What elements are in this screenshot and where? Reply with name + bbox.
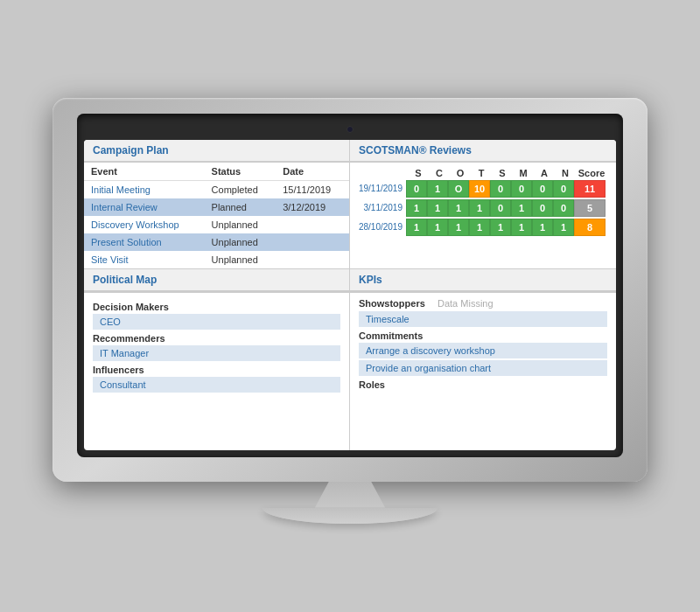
scotsman-row-date[interactable]: 3/11/2019 [355, 203, 406, 212]
scotsman-score-cell: 5 [574, 199, 606, 217]
scotsman-score-cell: 11 [574, 180, 606, 198]
scotsman-col-s2: S [492, 168, 513, 178]
political-map-title: Political Map [93, 274, 157, 286]
showstoppers-missing: Data Missing [438, 298, 494, 309]
scotsman-title: SCOTSMAN® Reviews [359, 144, 472, 156]
scotsman-col-a: A [534, 168, 555, 178]
scotsman-cell-3: 10 [469, 180, 490, 198]
campaign-date-cell: 15/11/2019 [276, 180, 349, 198]
scotsman-col-n: N [555, 168, 576, 178]
monitor-bezel: Campaign Plan SCOTSMAN® Reviews [77, 114, 623, 457]
scotsman-col-headers: S C O T S M A N Score [355, 168, 611, 178]
scotsman-data-row: 28/10/2019111111118 [355, 219, 611, 236]
scotsman-col-o: O [450, 168, 471, 178]
campaign-date-cell [276, 251, 349, 268]
campaign-date-cell [276, 233, 349, 251]
scotsman-col-score: Score [576, 168, 607, 178]
monitor-camera [84, 121, 616, 136]
campaign-date-cell: 3/12/2019 [276, 198, 349, 216]
recommenders-label: Recommenders [93, 333, 340, 344]
scotsman-score-cell: 8 [574, 219, 606, 236]
campaign-event-cell: Present Solution [84, 233, 205, 251]
kpis-header: KPIs [350, 269, 616, 291]
col-date: Date [276, 163, 349, 181]
scotsman-cell-1: 1 [427, 199, 448, 217]
showstoppers-row: Showstoppers Data Missing [359, 298, 607, 309]
influencers-label: Influencers [93, 365, 340, 375]
kpi-content: Showstoppers Data Missing Timescale Comm… [350, 293, 616, 397]
commitments-label: Commitments [359, 330, 607, 341]
list-item[interactable]: Timescale [359, 311, 607, 327]
list-item[interactable]: Provide an organisation chart [359, 360, 607, 376]
scotsman-cell-2: O [448, 180, 469, 198]
political-map-panel: Decision Makers CEO Recommenders IT Mana… [84, 293, 350, 450]
campaign-event-cell: Discovery Workshop [84, 216, 205, 233]
bottom-section-headers: Political Map KPIs [84, 269, 616, 292]
scotsman-col-s: S [408, 168, 429, 178]
list-item[interactable]: Arrange a discovery workshop [359, 343, 607, 358]
scotsman-row-date[interactable]: 28/10/2019 [355, 222, 406, 232]
scotsman-col-m: M [513, 168, 534, 178]
recommenders-list: IT Manager [93, 345, 340, 361]
scotsman-cell-7: 0 [553, 199, 574, 217]
scotsman-rows: 19/11/201901O100000113/11/20191111010052… [355, 180, 611, 236]
scotsman-cell-0: 0 [406, 180, 427, 198]
scotsman-cell-3: 1 [469, 199, 490, 217]
campaign-event-link[interactable]: Present Solution [91, 237, 162, 247]
campaign-event-link[interactable]: Site Visit [91, 254, 129, 265]
monitor-stand-base [262, 508, 438, 524]
scotsman-cell-4: 1 [490, 219, 511, 236]
campaign-event-cell: Site Visit [84, 251, 205, 268]
monitor-outer: Campaign Plan SCOTSMAN® Reviews [52, 98, 648, 482]
col-event: Event [84, 163, 205, 181]
scotsman-area: S C O T S M A N Score 1 [350, 163, 616, 243]
camera-dot [346, 126, 354, 133]
decision-makers-list: CEO [93, 314, 340, 330]
campaign-plan-header: Campaign Plan [84, 140, 350, 162]
decision-makers-label: Decision Makers [93, 302, 340, 312]
scotsman-col-t: T [471, 168, 492, 178]
scotsman-cell-5: 1 [511, 199, 532, 217]
campaign-status-cell: Planned [205, 198, 276, 216]
political-content: Decision Makers CEO Recommenders IT Mana… [84, 293, 349, 400]
scotsman-cell-3: 1 [469, 219, 490, 236]
showstoppers-list: Timescale [359, 311, 607, 327]
campaign-status-cell: Unplanned [205, 216, 276, 233]
campaign-event-cell: Initial Meeting [84, 180, 205, 198]
kpis-panel: Showstoppers Data Missing Timescale Comm… [350, 293, 616, 450]
list-item[interactable]: IT Manager [93, 345, 340, 361]
campaign-event-link[interactable]: Discovery Workshop [91, 219, 179, 230]
influencers-list: Consultant [93, 377, 340, 393]
scotsman-header: SCOTSMAN® Reviews [350, 140, 616, 162]
scotsman-data-row: 3/11/2019111101005 [355, 199, 611, 217]
campaign-event-link[interactable]: Internal Review [91, 202, 158, 212]
top-panels: Event Status Date Initial MeetingComplet… [84, 163, 616, 269]
scotsman-cell-1: 1 [427, 180, 448, 198]
campaign-plan-panel: Event Status Date Initial MeetingComplet… [84, 163, 350, 268]
campaign-status-cell: Completed [205, 180, 276, 198]
list-item[interactable]: Consultant [93, 377, 340, 393]
scotsman-cell-2: 1 [448, 219, 469, 236]
commitments-list: Arrange a discovery workshopProvide an o… [359, 343, 607, 376]
campaign-plan-title: Campaign Plan [93, 144, 169, 156]
monitor-stand-neck [315, 482, 385, 508]
scotsman-cell-5: 0 [511, 180, 532, 198]
campaign-status-cell: Unplanned [205, 233, 276, 251]
scotsman-cell-0: 1 [406, 199, 427, 217]
scotsman-cell-5: 1 [511, 219, 532, 236]
scotsman-cell-6: 0 [532, 199, 553, 217]
campaign-event-cell: Internal Review [84, 198, 205, 216]
scotsman-panel: S C O T S M A N Score 1 [350, 163, 616, 268]
campaign-event-link[interactable]: Initial Meeting [91, 184, 150, 195]
monitor: Campaign Plan SCOTSMAN® Reviews [52, 98, 648, 524]
top-section-headers: Campaign Plan SCOTSMAN® Reviews [84, 140, 616, 163]
screen: Campaign Plan SCOTSMAN® Reviews [84, 140, 616, 450]
scotsman-cell-4: 0 [490, 180, 511, 198]
scotsman-col-c: C [429, 168, 450, 178]
scotsman-row-date[interactable]: 19/11/2019 [355, 184, 406, 193]
list-item[interactable]: CEO [93, 314, 340, 330]
roles-label: Roles [359, 379, 607, 390]
scotsman-cell-6: 0 [532, 180, 553, 198]
scotsman-cell-0: 1 [406, 219, 427, 236]
kpis-title: KPIs [359, 274, 382, 286]
